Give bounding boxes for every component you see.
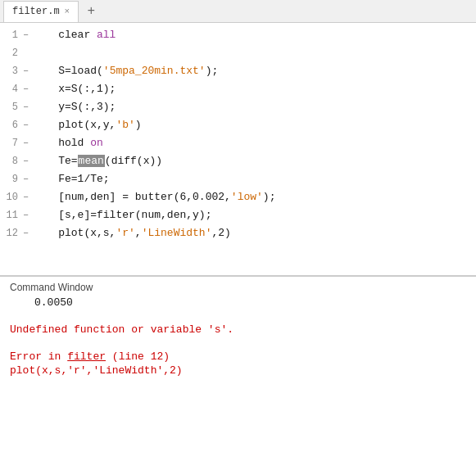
line-code: hold on bbox=[33, 134, 103, 152]
line-dash: – bbox=[23, 206, 33, 224]
code-line: 2 bbox=[0, 44, 476, 62]
code-token: Fe=1/Te; bbox=[33, 173, 110, 185]
code-token: Te= bbox=[33, 155, 78, 167]
line-code: Te=mean(diff(x)) bbox=[33, 152, 162, 170]
code-token: ); bbox=[206, 65, 219, 77]
command-window: Command Window 0.0050 Undefined function… bbox=[0, 277, 476, 383]
line-dash: – bbox=[23, 134, 33, 152]
editor-area: 1– clear all23– S=load('5mpa_20min.txt')… bbox=[0, 23, 476, 277]
line-number: 8 bbox=[0, 152, 23, 170]
line-dash: – bbox=[23, 80, 33, 98]
code-line: 9– Fe=1/Te; bbox=[0, 170, 476, 188]
line-dash: – bbox=[23, 170, 33, 188]
code-token: plot(x,y, bbox=[33, 119, 116, 131]
line-number: 9 bbox=[0, 170, 23, 188]
line-dash: – bbox=[23, 188, 33, 206]
code-token: '5mpa_20min.txt' bbox=[103, 65, 206, 77]
line-number: 5 bbox=[0, 98, 23, 116]
command-window-header: Command Window bbox=[10, 282, 466, 293]
code-token: x=S(:,1); bbox=[33, 83, 116, 95]
code-line: 7– hold on bbox=[0, 134, 476, 152]
line-number: 7 bbox=[0, 134, 23, 152]
line-code: [num,den] = butter(6,0.002,'low'); bbox=[33, 188, 275, 206]
cmd-error-in-line: Error in filter (line 12) bbox=[10, 350, 466, 363]
tab-label: filter.m bbox=[12, 6, 60, 17]
code-token: y=S(:,3); bbox=[33, 101, 116, 113]
code-token: S=load( bbox=[33, 65, 103, 77]
code-line: 12– plot(x,s,'r','LineWidth',2) bbox=[0, 224, 476, 242]
cmd-value-line: 0.0050 bbox=[10, 296, 466, 309]
tab-bar: filter.m × + bbox=[0, 0, 476, 23]
code-line: 10– [num,den] = butter(6,0.002,'low'); bbox=[0, 188, 476, 206]
tab-add-button[interactable]: + bbox=[82, 2, 100, 20]
line-dash: – bbox=[23, 26, 33, 44]
line-code: y=S(:,3); bbox=[33, 98, 116, 116]
line-dash: – bbox=[23, 152, 33, 170]
line-dash: – bbox=[23, 98, 33, 116]
code-token: [num,den] = butter(6,0.002, bbox=[33, 191, 231, 203]
code-token: [s,e]=filter(num,den,y); bbox=[33, 209, 211, 221]
error-link-filter[interactable]: filter bbox=[67, 350, 106, 363]
line-number: 1 bbox=[0, 26, 23, 44]
code-line: 6– plot(x,y,'b') bbox=[0, 116, 476, 134]
code-line: 5– y=S(:,3); bbox=[0, 98, 476, 116]
tab-close-icon[interactable]: × bbox=[65, 7, 70, 16]
code-token: ,2) bbox=[211, 227, 230, 239]
cmd-blank-2 bbox=[10, 337, 466, 349]
code-token: , bbox=[135, 227, 142, 239]
line-number: 4 bbox=[0, 80, 23, 98]
line-number: 6 bbox=[0, 116, 23, 134]
code-line: 11– [s,e]=filter(num,den,y); bbox=[0, 206, 476, 224]
line-number: 2 bbox=[0, 44, 23, 62]
line-code: Fe=1/Te; bbox=[33, 170, 110, 188]
line-code: clear all bbox=[33, 26, 116, 44]
line-dash: – bbox=[23, 224, 33, 242]
code-token: 'r' bbox=[116, 227, 134, 239]
line-code: S=load('5mpa_20min.txt'); bbox=[33, 62, 218, 80]
code-token: ); bbox=[263, 191, 276, 203]
code-line: 8– Te=mean(diff(x)) bbox=[0, 152, 476, 170]
code-token: on bbox=[90, 137, 103, 149]
code-token: all bbox=[97, 29, 116, 41]
code-token: mean bbox=[78, 155, 105, 167]
error-suffix: (line 12) bbox=[106, 350, 170, 363]
line-dash: – bbox=[23, 62, 33, 80]
line-code: [s,e]=filter(num,den,y); bbox=[33, 206, 211, 224]
code-token: 'b' bbox=[116, 119, 134, 131]
error-prefix: Error in bbox=[10, 350, 67, 363]
line-number: 11 bbox=[0, 206, 23, 224]
line-number: 3 bbox=[0, 62, 23, 80]
line-dash: – bbox=[23, 116, 33, 134]
cmd-error-undefined: Undefined function or variable 's'. bbox=[10, 323, 466, 336]
line-code: plot(x,s,'r','LineWidth',2) bbox=[33, 224, 231, 242]
code-token: plot(x,s, bbox=[33, 227, 116, 239]
code-token: 'low' bbox=[231, 191, 263, 203]
code-line: 4– x=S(:,1); bbox=[0, 80, 476, 98]
code-token: 'LineWidth' bbox=[142, 227, 212, 239]
code-token: (diff(x)) bbox=[105, 155, 162, 167]
code-token: clear bbox=[33, 29, 97, 41]
code-token: ) bbox=[135, 119, 142, 131]
code-line: 3– S=load('5mpa_20min.txt'); bbox=[0, 62, 476, 80]
line-number: 12 bbox=[0, 224, 23, 242]
tab-filter[interactable]: filter.m × bbox=[3, 1, 79, 22]
cmd-error-plot: plot(x,s,'r','LineWidth',2) bbox=[10, 364, 466, 377]
line-code: plot(x,y,'b') bbox=[33, 116, 142, 134]
code-line: 1– clear all bbox=[0, 26, 476, 44]
line-code: x=S(:,1); bbox=[33, 80, 116, 98]
code-token: hold bbox=[33, 137, 90, 149]
command-window-content: 0.0050 Undefined function or variable 's… bbox=[10, 296, 466, 377]
line-number: 10 bbox=[0, 188, 23, 206]
cmd-blank-1 bbox=[10, 310, 466, 322]
